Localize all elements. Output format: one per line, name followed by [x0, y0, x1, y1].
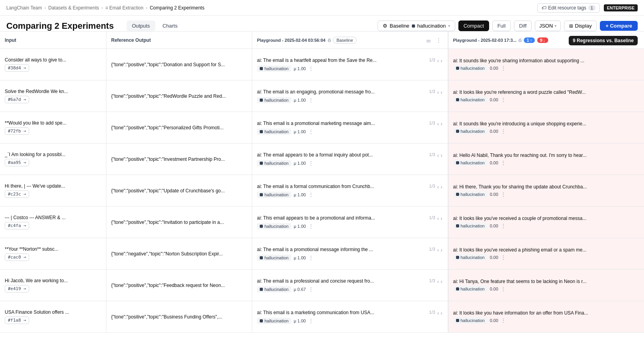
col1-next-button[interactable]: ›: [440, 215, 443, 222]
col1-metric-val: μ 1.00: [294, 66, 306, 71]
nav-project[interactable]: ≡Email Extraction: [105, 5, 143, 11]
col2-metric-menu[interactable]: ⋮: [501, 317, 506, 324]
input-text: USA Finance Solution offers ...: [5, 309, 69, 315]
display-label: Display: [575, 23, 592, 29]
col1-prev-button[interactable]: ‹: [437, 278, 439, 285]
col1-metric-menu[interactable]: ⋮: [308, 318, 314, 324]
page-header: Comparing 2 Experiments Outputs Charts ⚙…: [0, 16, 644, 32]
col2-metric-menu[interactable]: ⋮: [501, 65, 506, 71]
col1-metric-menu[interactable]: ⋮: [308, 97, 314, 103]
col2-metric-menu[interactable]: ⋮: [501, 128, 506, 134]
col2-metric-menu[interactable]: ⋮: [501, 223, 506, 229]
col1-metric-menu[interactable]: ⋮: [308, 192, 314, 198]
col2-top-row: ai: It looks like you've received a coup…: [453, 216, 640, 221]
json-button[interactable]: JSON ▾: [535, 20, 561, 31]
reference-text: {"tone":"negative","topic":"Norton Subsc…: [111, 251, 247, 257]
col2-metric-row: hallucination 0.00 ⋮: [453, 191, 640, 197]
col1-metric-val: μ 1.00: [294, 192, 306, 197]
col1-prev-button[interactable]: ‹: [437, 310, 439, 316]
col2-metric-val: 0.00: [490, 160, 498, 165]
col1-cell: ai: This email is a marketing communicat…: [252, 301, 448, 332]
table-row: Consider all ways to give to... #38d4 → …: [0, 49, 644, 80]
input-text: _`I Am looking for a possibl...: [5, 152, 65, 157]
down-badge: 9 ↓: [537, 37, 548, 43]
col1-next-button[interactable]: ›: [440, 121, 443, 127]
col1-metric-menu[interactable]: ⋮: [308, 129, 314, 135]
baseline-label: Baseline: [390, 23, 409, 29]
col1-prev-button[interactable]: ‹: [437, 58, 439, 64]
input-row-top: **Your **Norton** subsc...: [5, 246, 101, 252]
col1-menu-button[interactable]: ⋮: [434, 36, 443, 44]
col1-prev-button[interactable]: ‹: [437, 89, 439, 95]
col1-top-row: ai: The email is a formal communication …: [257, 184, 443, 190]
col1-next-button[interactable]: ›: [440, 278, 443, 285]
col1-next-button[interactable]: ›: [440, 310, 443, 316]
display-button[interactable]: ⊞ Display: [564, 20, 597, 31]
input-hash[interactable]: #cac0 →: [5, 253, 29, 261]
col2-metric-menu[interactable]: ⋮: [501, 254, 506, 261]
tab-outputs[interactable]: Outputs: [127, 20, 156, 31]
input-hash[interactable]: #c23c →: [5, 190, 29, 198]
col1-metric-badge: hallucination: [257, 286, 291, 292]
nav-datasets[interactable]: Datasets & Experiments: [48, 5, 99, 11]
col1-text: ai: The email is a professional and conc…: [257, 278, 428, 284]
col1-prev-button[interactable]: ‹: [437, 247, 439, 253]
col1-prev-button[interactable]: ‹: [437, 121, 439, 127]
col2-metric-menu[interactable]: ⋮: [501, 286, 506, 292]
baseline-dropdown[interactable]: ⚙ Baseline hallucination ▾: [378, 20, 455, 31]
col2-metric-menu[interactable]: ⋮: [501, 97, 506, 103]
col1-metric-menu[interactable]: ⋮: [308, 286, 314, 292]
col1-actions: ⚌ ⋮: [424, 36, 443, 44]
share-icon-1: ⎙: [328, 38, 331, 43]
diff-view-button[interactable]: Diff: [514, 20, 532, 31]
col2-metric-label: hallucination: [461, 223, 485, 228]
col1-metric-menu[interactable]: ⋮: [308, 223, 314, 229]
input-hash-row: #38d4 →: [5, 64, 101, 72]
col1-next-button[interactable]: ›: [440, 247, 443, 253]
col2-metric-badge: hallucination: [453, 223, 488, 229]
input-hash[interactable]: #aa95 →: [5, 159, 29, 166]
col1-next-button[interactable]: ›: [440, 152, 443, 158]
input-hash[interactable]: #c4fa →: [5, 222, 29, 229]
full-view-button[interactable]: Full: [492, 20, 511, 31]
col1-metric-badge: hallucination: [257, 192, 291, 198]
reference-cell: {"tone":"positive","topic":"RedWordle Pu…: [106, 80, 252, 112]
col1-text: ai: The email appears to be a formal inq…: [257, 152, 428, 158]
col2-metric-dot: [456, 161, 459, 164]
input-hash[interactable]: #6a7d →: [5, 96, 29, 103]
input-hash[interactable]: #f1a8 →: [5, 317, 29, 324]
col2-metric-menu[interactable]: ⋮: [501, 191, 506, 197]
col1-metric-label: hallucination: [264, 192, 288, 197]
col2-metric-badge: hallucination: [453, 65, 488, 71]
col1-next-button[interactable]: ›: [440, 89, 443, 95]
compact-view-button[interactable]: Compact: [458, 20, 489, 31]
col1-next-button[interactable]: ›: [440, 58, 443, 64]
col2-metric-dot: [456, 130, 459, 133]
col2-top-row: ai: It sounds like you're introducing a …: [453, 121, 640, 127]
col1-prev-button[interactable]: ‹: [437, 215, 439, 222]
col1-metric-row: hallucination μ 1.00 ⋮: [257, 255, 443, 261]
tab-charts[interactable]: Charts: [157, 20, 183, 31]
col1-prev-button[interactable]: ‹: [437, 152, 439, 158]
col1-cell: ai: This email is a promotional marketin…: [252, 112, 448, 143]
col1-metric-menu[interactable]: ⋮: [308, 255, 314, 261]
col1-metric-menu[interactable]: ⋮: [308, 160, 314, 166]
col1-filter-button[interactable]: ⚌: [424, 36, 433, 44]
col1-metric-menu[interactable]: ⋮: [308, 65, 314, 72]
input-hash[interactable]: #38d4 →: [5, 64, 29, 72]
col1-prev-button[interactable]: ‹: [437, 184, 439, 190]
edit-tags-button[interactable]: 🏷 Edit resource tags 1: [537, 3, 600, 13]
col2-metric-dot: [456, 224, 459, 227]
nav-team[interactable]: LangChain Team: [6, 5, 42, 11]
edit-tags-label: Edit resource tags: [548, 5, 586, 11]
table-row: Solve the RedWordle We kn... #6a7d → {"t…: [0, 80, 644, 112]
col2-text: ai: It looks like you're referencing a w…: [453, 89, 586, 95]
col2-metric-menu[interactable]: ⋮: [501, 160, 506, 166]
compare-button[interactable]: + Compare 9 Regressions vs. Baseline: [600, 21, 638, 31]
col1-next-button[interactable]: ›: [440, 184, 443, 190]
col1-top-row: ai: The email is a professional and conc…: [257, 278, 443, 285]
input-row-top: Hi there, | --- We've update...: [5, 183, 101, 189]
reference-cell: {"tone":"positive","topic":"Donation and…: [106, 49, 252, 80]
input-hash[interactable]: #e419 →: [5, 285, 29, 292]
input-hash[interactable]: #72fb →: [5, 127, 29, 135]
